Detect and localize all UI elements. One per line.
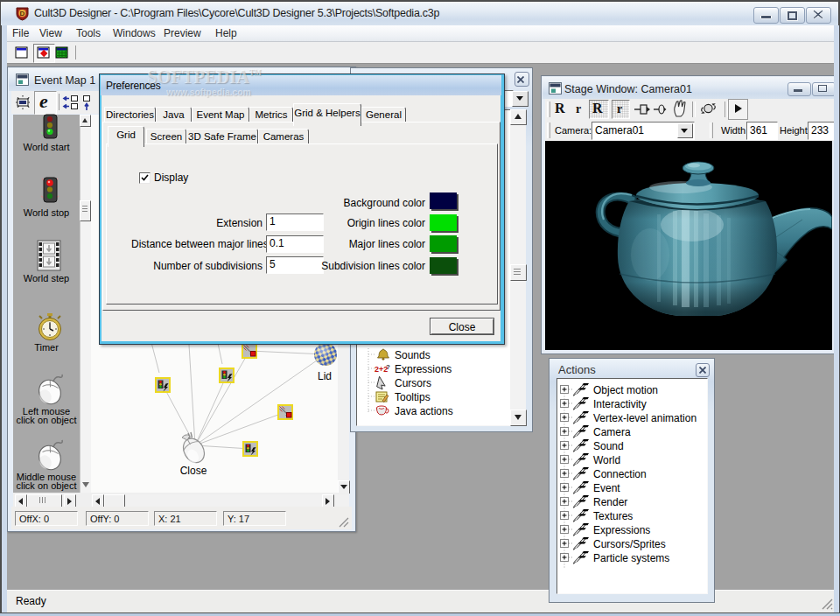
svg-text:Particle systems: Particle systems [593, 552, 669, 564]
svg-text:World: World [593, 454, 620, 466]
svg-text:Lid: Lid [318, 370, 332, 382]
svg-text:?: ? [386, 363, 390, 371]
svg-text:D: D [20, 10, 25, 18]
svg-text:Connection: Connection [593, 468, 647, 480]
svg-text:Interactivity: Interactivity [593, 398, 647, 410]
svg-text:Cursors/Sprites: Cursors/Sprites [593, 538, 666, 550]
svg-text:Camera: Camera [593, 426, 631, 438]
svg-text:Event: Event [593, 482, 620, 494]
svg-text:Sounds: Sounds [395, 349, 430, 361]
svg-text:Expressions: Expressions [395, 363, 452, 375]
svg-text:Sound: Sound [593, 440, 624, 452]
svg-text:Cursors: Cursors [395, 377, 431, 389]
svg-text:Tooltips: Tooltips [395, 391, 430, 403]
svg-text:Textures: Textures [593, 510, 633, 522]
svg-text:Close: Close [180, 465, 207, 477]
svg-text:Java actions: Java actions [395, 405, 453, 417]
svg-text:Render: Render [593, 496, 627, 508]
svg-text:Object motion: Object motion [593, 384, 658, 396]
svg-text:Vertex-level animation: Vertex-level animation [593, 412, 696, 424]
svg-text:Expressions: Expressions [593, 524, 650, 536]
